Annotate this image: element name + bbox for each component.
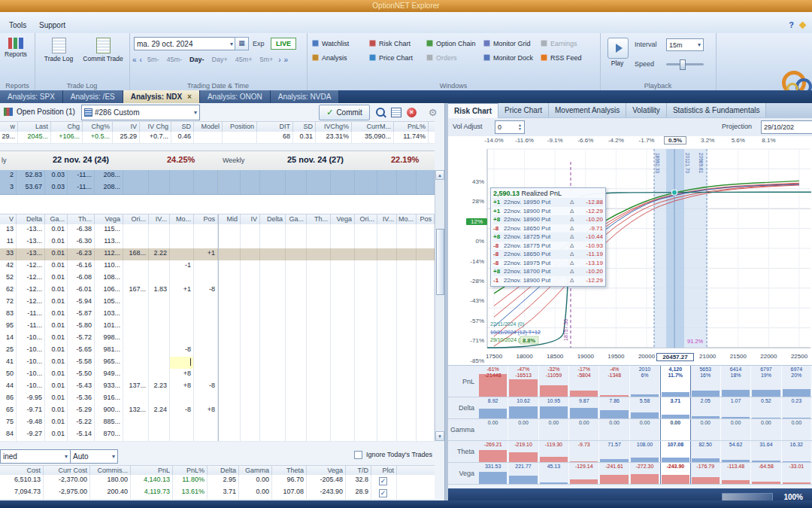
chain-cell[interactable]: 75: [0, 417, 17, 429]
scroll-down-icon[interactable]: ▼: [435, 431, 444, 441]
chain-cell[interactable]: [241, 170, 260, 182]
chain-cell[interactable]: [149, 417, 170, 429]
chain-cell[interactable]: [377, 297, 397, 309]
chain-cell[interactable]: -13...: [17, 236, 45, 248]
chain-cell[interactable]: [286, 369, 307, 381]
chain-cell[interactable]: 33: [0, 248, 17, 260]
chain-cell[interactable]: [307, 417, 331, 429]
column-header[interactable]: Th...: [307, 214, 331, 225]
chain-cell[interactable]: [260, 345, 286, 357]
chain-cell[interactable]: [331, 357, 355, 369]
chain-cell[interactable]: [123, 236, 149, 248]
chain-cell[interactable]: -11...: [68, 170, 95, 182]
chain-cell[interactable]: [241, 309, 260, 321]
chain-cell[interactable]: [355, 345, 377, 357]
chain-cell[interactable]: -8: [194, 381, 218, 393]
chain-cell[interactable]: [123, 272, 149, 284]
chain-cell[interactable]: [417, 284, 435, 297]
chain-cell[interactable]: [218, 272, 241, 284]
chain-cell[interactable]: [149, 333, 170, 345]
chain-cell[interactable]: [123, 224, 149, 236]
column-header[interactable]: SD: [293, 122, 316, 132]
chain-cell[interactable]: 0.01: [45, 429, 68, 441]
chain-cell[interactable]: -6.08: [68, 272, 95, 284]
chain-cell[interactable]: [170, 297, 194, 309]
commit-trade-button[interactable]: Commit Trade: [81, 38, 125, 62]
totals-row[interactable]: 7,094.73-2,975.00200.404,119.7313.61%3.7…: [0, 487, 435, 500]
chain-cell[interactable]: -13...: [17, 224, 45, 236]
chain-cell[interactable]: 965...: [95, 357, 123, 369]
tab-analysis-nvda[interactable]: Analysis: NVDA: [271, 90, 340, 103]
chain-cell[interactable]: [194, 272, 218, 284]
column-header[interactable]: Mo...: [397, 214, 417, 225]
tab-statistics-fundamentals[interactable]: Statistics & Fundamentals: [667, 103, 767, 117]
chain-cell[interactable]: [218, 429, 241, 441]
chain-cell[interactable]: [377, 170, 397, 182]
chain-cell[interactable]: [355, 405, 377, 417]
chain-cell[interactable]: [417, 357, 435, 369]
chain-cell[interactable]: -5.36: [68, 393, 95, 405]
chain-cell[interactable]: [331, 333, 355, 345]
nav-day-button[interactable]: Day-: [186, 54, 208, 65]
chain-cell[interactable]: 101...: [95, 321, 123, 333]
chain-cell[interactable]: [218, 248, 241, 260]
risk-chart[interactable]: -14.0%-11.6%-9.1%-6.6%-4.2%-1.7%0.5%3.2%…: [448, 136, 812, 365]
scrollbar-thumb[interactable]: [436, 229, 444, 295]
chain-cell[interactable]: +1: [170, 284, 194, 297]
chain-row[interactable]: 42-12...0.01-6.16110...-1: [0, 260, 435, 273]
chain-cell[interactable]: [241, 260, 260, 272]
chain-cell[interactable]: [170, 182, 194, 194]
chain-row[interactable]: 13-13...0.01-6.38115...: [0, 224, 435, 237]
chain-cell[interactable]: [260, 224, 286, 236]
chain-row[interactable]: 83-11...0.01-5.87103...: [0, 309, 435, 321]
chain-cell[interactable]: [377, 357, 397, 369]
chain-cell[interactable]: [331, 429, 355, 441]
chain-cell[interactable]: [170, 248, 194, 260]
chain-cell[interactable]: [260, 272, 286, 284]
tab-movement-analysis[interactable]: Movement Analysis: [549, 103, 626, 117]
help-icon[interactable]: ?: [789, 20, 794, 29]
nav-45m-button[interactable]: 45m+: [232, 54, 256, 65]
chain-cell[interactable]: [355, 417, 377, 429]
chain-cell[interactable]: [123, 170, 149, 182]
chain-cell[interactable]: [149, 272, 170, 284]
column-header[interactable]: SD: [171, 122, 194, 132]
chain-cell[interactable]: 137...: [123, 381, 149, 393]
chain-cell[interactable]: -6.23: [68, 248, 95, 260]
column-header[interactable]: Model: [194, 122, 223, 132]
tab-analysis-spx[interactable]: Analysis: SPX: [0, 90, 63, 103]
chain-cell[interactable]: -12...: [17, 297, 45, 309]
chain-cell[interactable]: [377, 381, 397, 393]
chain-cell[interactable]: [149, 236, 170, 248]
vol-adjust-spinner[interactable]: 0 ▲▼: [495, 120, 525, 134]
chain-cell[interactable]: [377, 309, 397, 321]
chain-cell[interactable]: [241, 393, 260, 405]
chain-cell[interactable]: [241, 182, 260, 194]
chain-cell[interactable]: 208...: [95, 182, 123, 194]
chain-cell[interactable]: [241, 369, 260, 381]
chain-cell[interactable]: 41: [0, 357, 17, 369]
chain-cell[interactable]: [307, 321, 331, 333]
nav-5m-button[interactable]: 5m-: [144, 54, 163, 65]
chain-cell[interactable]: 0.01: [45, 393, 68, 405]
chain-cell[interactable]: [123, 297, 149, 309]
chain-cell[interactable]: [417, 321, 435, 333]
chain-cell[interactable]: -11...: [17, 309, 45, 321]
chain-cell[interactable]: 0.01: [45, 369, 68, 381]
chain-cell[interactable]: [241, 357, 260, 369]
chain-cell[interactable]: [355, 182, 377, 194]
chain-cell[interactable]: [397, 357, 417, 369]
chain-cell[interactable]: [218, 182, 241, 194]
chain-row[interactable]: 75-9.480.01-5.22885...: [0, 417, 435, 430]
column-header[interactable]: Th...: [68, 214, 95, 225]
chain-cell[interactable]: 167...: [123, 284, 149, 297]
chain-cell[interactable]: 2.24: [149, 405, 170, 417]
chain-cell[interactable]: -12...: [17, 260, 45, 272]
chain-cell[interactable]: [286, 417, 307, 429]
chain-cell[interactable]: [241, 272, 260, 284]
spinner-arrows-icon[interactable]: ▲▼: [518, 123, 522, 131]
chain-cell[interactable]: 62: [0, 284, 17, 297]
chain-cell[interactable]: 113...: [95, 236, 123, 248]
chain-cell[interactable]: -5.22: [68, 417, 95, 429]
chain-cell[interactable]: [307, 369, 331, 381]
